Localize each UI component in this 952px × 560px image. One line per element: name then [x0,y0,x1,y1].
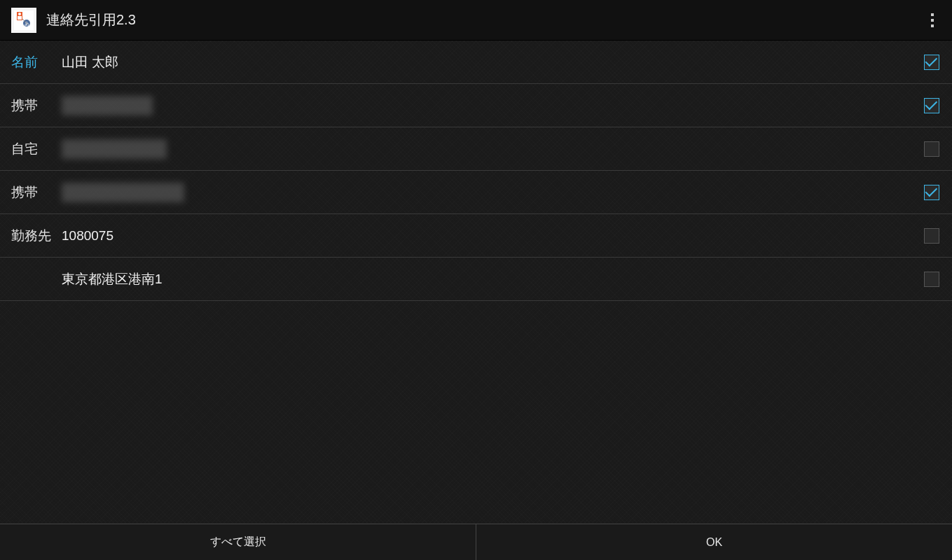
field-value-home-redacted [62,139,167,159]
list-item[interactable]: 自宅 [0,127,952,171]
field-label-work: 勤務先 [11,227,59,245]
field-value-name: 山田 太郎 [62,53,118,71]
checkbox-name[interactable] [924,55,939,70]
field-value-work-postal: 1080075 [62,228,113,244]
list-item[interactable]: 携帯 [0,171,952,214]
app-header: あ 連絡先引用2.3 [0,0,952,41]
list-item[interactable]: 携帯 [0,84,952,127]
app-title: 連絡先引用2.3 [46,10,136,29]
field-value-mobile-redacted [62,96,153,115]
checkbox-mobile[interactable] [924,98,939,113]
list-item[interactable]: 東京都港区港南1 [0,258,952,301]
list-item[interactable]: 勤務先 1080075 [0,214,952,258]
ok-button[interactable]: OK [476,524,952,560]
checkbox-work-address[interactable] [924,272,939,287]
field-label-mobile: 携帯 [11,97,59,115]
overflow-menu-icon[interactable] [924,6,941,34]
field-value-mobile2-redacted [62,183,184,202]
list-item[interactable]: 名前 山田 太郎 [0,41,952,84]
checkbox-work-postal[interactable] [924,228,939,244]
checkbox-mobile2[interactable] [924,185,939,200]
checkbox-home[interactable] [924,141,939,157]
select-all-button[interactable]: すべて選択 [0,524,476,560]
field-label-name: 名前 [11,53,59,71]
app-icon: あ [11,8,36,33]
svg-point-2 [18,13,21,15]
field-label-mobile2: 携帯 [11,183,59,202]
contact-fields-list: 名前 山田 太郎 携帯 自宅 携帯 勤務先 1080075 東京都港区港南1 [0,41,952,524]
svg-rect-3 [18,16,22,20]
field-value-work-address: 東京都港区港南1 [62,270,163,288]
field-label-home: 自宅 [11,140,59,158]
bottom-bar: すべて選択 OK [0,524,952,560]
